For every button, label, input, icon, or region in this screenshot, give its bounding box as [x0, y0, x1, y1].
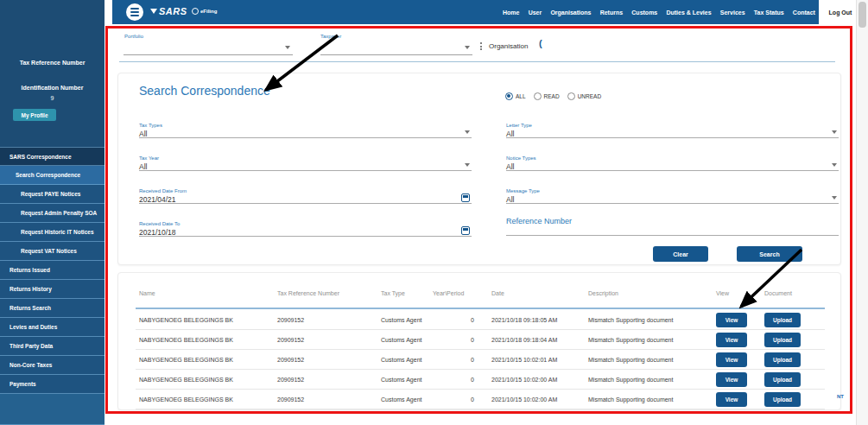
tax-year-value: All [139, 162, 472, 171]
nav-item-duties-levies[interactable]: Duties & Levies [666, 10, 711, 16]
nav-item-services[interactable]: Services [720, 10, 745, 16]
radio-option-unread[interactable]: UNREAD [567, 92, 601, 100]
corner-note: NT [837, 394, 844, 399]
sidebar-item-clipped[interactable] [0, 394, 105, 425]
organisation-value-redacted: ( [534, 35, 594, 60]
view-button[interactable]: View [716, 372, 747, 387]
upload-button[interactable]: Upload [764, 352, 801, 367]
sars-logo: SARS [150, 6, 187, 16]
kebab-menu-icon[interactable] [480, 42, 482, 50]
radio-read-icon[interactable] [534, 92, 542, 100]
sidebar-item-request-admin-penalty-soa[interactable]: Request Admin Penalty SOA [0, 204, 105, 223]
radio-option-all[interactable]: ALL [505, 92, 526, 100]
received-date-to-input[interactable]: Received Date To 2021/10/18 [139, 221, 472, 237]
received-date-to-label: Received Date To [139, 221, 472, 227]
radio-unread-label: UNREAD [578, 93, 601, 99]
nav-item-user[interactable]: User [529, 10, 542, 16]
sidebar-item-returns-search[interactable]: Returns Search [0, 299, 105, 318]
table-header-divider [136, 308, 825, 309]
cell-date: 2021/10/18 09:18:05 AM [491, 310, 557, 330]
message-type-label: Message Type [506, 188, 839, 194]
tax-types-select[interactable]: Tax Types All [139, 123, 472, 138]
radio-read-label: READ [544, 93, 560, 99]
sidebar-item-request-historic-it-notices[interactable]: Request Historic IT Notices [0, 223, 105, 242]
sidebar-item-sars-correspondence[interactable]: SARS Correspondence [0, 147, 105, 166]
sidebar-item-non-core-taxes[interactable]: Non-Core Taxes [0, 356, 105, 375]
taxpayer-caret-icon [465, 46, 470, 49]
sidebar-item-search-correspondence[interactable]: Search Correspondence [0, 166, 105, 185]
cell-date: 2021/10/15 10:02:01 AM [491, 350, 557, 370]
scrollbar-thumb[interactable] [858, 2, 866, 28]
sidebar-item-payments[interactable]: Payments [0, 375, 105, 394]
organisation-label: Organisation [489, 42, 528, 50]
reference-number-input[interactable]: Reference Number [506, 217, 839, 236]
notice-types-select[interactable]: Notice Types All [506, 155, 839, 171]
nav-item-returns[interactable]: Returns [600, 10, 623, 16]
clear-button[interactable]: Clear [653, 246, 708, 262]
received-date-to-value: 2021/10/18 [139, 228, 472, 237]
cell-tax-type: Customs Agent [381, 310, 421, 330]
col-header-view: View [716, 290, 729, 296]
read-status-filter: ALL READ UNREAD [505, 91, 601, 101]
notice-types-caret-icon [832, 163, 837, 167]
nav-item-tax-status[interactable]: Tax Status [754, 10, 784, 16]
portfolio-select-underline[interactable] [124, 54, 293, 55]
cell-tax-type: Customs Agent [381, 330, 421, 350]
table-row: NABYGENOEG BELEGGINGS BK 20909152 Custom… [136, 350, 825, 370]
calendar-icon[interactable] [461, 226, 470, 235]
nav-item-home[interactable]: Home [503, 10, 519, 16]
view-button[interactable]: View [716, 313, 747, 327]
sidebar-item-levies-and-duties[interactable]: Levies and Duties [0, 318, 105, 337]
cell-date: 2021/10/15 10:02:00 AM [491, 370, 557, 390]
cell-tax-type: Customs Agent [381, 350, 421, 370]
sars-logo-text: SARS [159, 6, 187, 16]
tax-year-label: Tax Year [139, 155, 472, 162]
cell-tax-reference-number: 20909152 [277, 370, 304, 390]
upload-button[interactable]: Upload [764, 392, 801, 407]
table-row: NABYGENOEG BELEGGINGS BK 20909152 Custom… [136, 330, 825, 350]
upload-button[interactable]: Upload [764, 313, 801, 327]
cell-year-period: 0 [433, 310, 474, 330]
view-button[interactable]: View [716, 392, 747, 407]
view-button[interactable]: View [716, 333, 747, 347]
upload-button[interactable]: Upload [764, 372, 801, 387]
cell-name: NABYGENOEG BELEGGINGS BK [139, 330, 233, 350]
cell-date: 2021/10/15 10:02:00 AM [491, 390, 557, 409]
tax-year-select[interactable]: Tax Year All [139, 155, 472, 171]
letter-type-select[interactable]: Letter Type All [506, 123, 839, 138]
upload-button[interactable]: Upload [764, 333, 801, 347]
sidebar-item-third-party-data[interactable]: Third Party Data [0, 337, 105, 356]
logout-link[interactable]: Log Out [825, 0, 856, 24]
cell-tax-type: Customs Agent [381, 390, 421, 409]
radio-all-icon[interactable] [505, 92, 513, 100]
taxpayer-select-underline[interactable] [320, 54, 472, 55]
efiling-circle-icon [192, 8, 199, 15]
received-date-from-input[interactable]: Received Date From 2021/04/21 [139, 188, 472, 204]
tax-types-label: Tax Types [139, 123, 472, 129]
cell-year-period: 0 [433, 350, 474, 370]
nav-item-organisations[interactable]: Organisations [550, 10, 591, 16]
radio-option-read[interactable]: READ [534, 92, 560, 100]
portfolio-caret-icon [285, 46, 290, 49]
cell-tax-type: Customs Agent [381, 370, 421, 390]
sidebar-item-request-vat-notices[interactable]: Request VAT Notices [0, 242, 105, 261]
identification-number-label: Identification Number [0, 85, 105, 91]
hamburger-menu-icon[interactable] [126, 3, 143, 21]
col-header-name: Name [139, 290, 155, 296]
sidebar-item-returns-issued[interactable]: Returns Issued [0, 261, 105, 280]
search-button[interactable]: Search [737, 246, 802, 262]
my-profile-button[interactable]: My Profile [13, 109, 56, 121]
sars-efiling-page: SARS eFiling Home User Organisations Ret… [0, 0, 868, 425]
calendar-icon[interactable] [461, 193, 470, 202]
radio-unread-icon[interactable] [567, 92, 575, 100]
table-row: NABYGENOEG BELEGGINGS BK 20909152 Custom… [136, 370, 825, 390]
nav-item-contact[interactable]: Contact [793, 10, 815, 16]
view-button[interactable]: View [716, 352, 747, 367]
sidebar-item-request-paye-notices[interactable]: Request PAYE Notices [0, 185, 105, 204]
vertical-scrollbar[interactable] [856, 0, 868, 425]
nav-item-customs[interactable]: Customs [631, 10, 657, 16]
message-type-select[interactable]: Message Type All [506, 188, 839, 204]
sidebar-item-returns-history[interactable]: Returns History [0, 280, 105, 299]
cell-description: Mismatch Supporting document [588, 390, 673, 409]
table-row: NABYGENOEG BELEGGINGS BK 20909152 Custom… [136, 390, 825, 409]
